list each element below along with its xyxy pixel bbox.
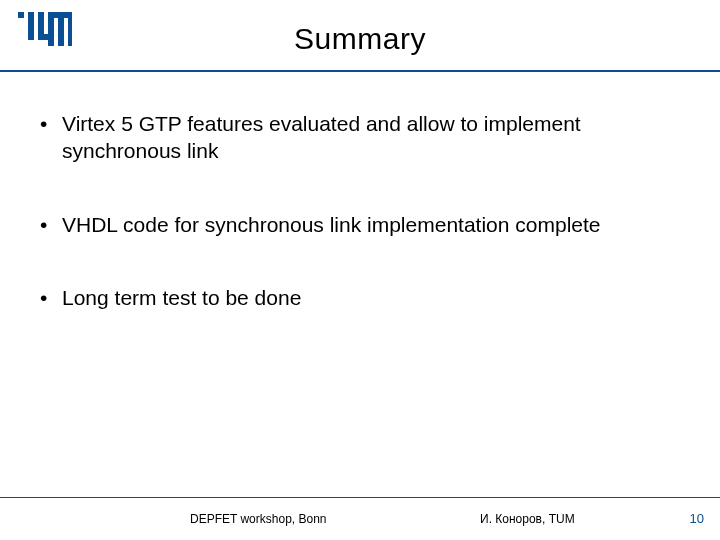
list-item: Long term test to be done [40,284,680,311]
page-number: 10 [690,511,704,526]
slide-header: Summary [0,0,720,72]
svg-rect-8 [48,12,72,18]
svg-rect-0 [18,12,24,18]
list-item: Virtex 5 GTP features evaluated and allo… [40,110,680,165]
svg-rect-2 [28,12,34,40]
slide-title: Summary [0,0,720,56]
list-item: VHDL code for synchronous link implement… [40,211,680,238]
footer-center-text: И. Коноров, TUM [480,512,575,526]
svg-rect-7 [58,18,64,46]
tum-logo-icon [18,12,72,50]
bullet-list: Virtex 5 GTP features evaluated and allo… [40,110,680,311]
svg-rect-6 [48,18,54,46]
footer-left-text: DEPFET workshop, Bonn [190,512,327,526]
slide-footer: DEPFET workshop, Bonn И. Коноров, TUM 10 [0,498,720,540]
slide-content: Virtex 5 GTP features evaluated and allo… [40,110,680,357]
slide: Summary Virtex 5 GTP features evaluated … [0,0,720,540]
svg-rect-9 [68,18,72,46]
